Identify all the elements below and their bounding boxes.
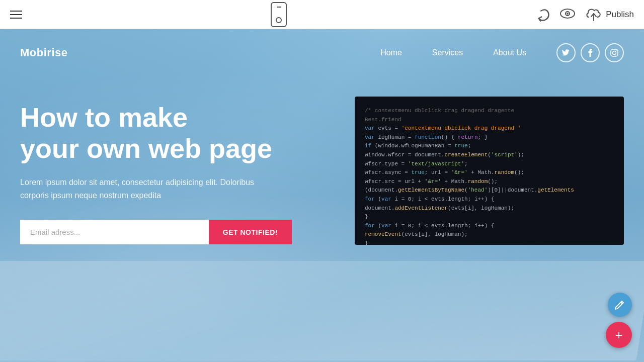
hero-text: How to make your own web page Lorem ipsu… bbox=[20, 102, 292, 244]
hamburger-menu[interactable] bbox=[10, 11, 22, 19]
fab-add-button[interactable]: + bbox=[606, 322, 632, 348]
svg-rect-3 bbox=[611, 49, 618, 56]
toolbar: Publish bbox=[0, 0, 644, 29]
nav-about[interactable]: About Us bbox=[493, 48, 526, 57]
hero-title-line1: How to make bbox=[20, 102, 188, 132]
undo-icon[interactable] bbox=[532, 4, 552, 25]
code-content: /* contextmenu dblclick drag dragend dra… bbox=[355, 97, 624, 245]
svg-point-4 bbox=[613, 51, 616, 55]
fab-edit-button[interactable] bbox=[608, 293, 632, 317]
hero-title: How to make your own web page bbox=[20, 102, 292, 164]
eye-icon[interactable] bbox=[559, 8, 576, 21]
facebook-icon[interactable] bbox=[581, 43, 600, 62]
code-screenshot: /* contextmenu dblclick drag dragend dra… bbox=[355, 97, 624, 245]
mobile-preview-icon[interactable] bbox=[271, 2, 287, 27]
email-input[interactable] bbox=[20, 220, 209, 244]
hero-subtitle: Lorem ipsum dolor sit amet, consectetur … bbox=[20, 176, 282, 202]
publish-label: Publish bbox=[606, 10, 634, 20]
nav-home[interactable]: Home bbox=[380, 48, 402, 57]
site-navbar: Mobirise Home Services About Us bbox=[0, 29, 644, 76]
main-content: Mobirise Home Services About Us bbox=[0, 29, 644, 362]
hero-content: How to make your own web page Lorem ipsu… bbox=[0, 76, 644, 245]
social-icons bbox=[556, 43, 624, 62]
svg-point-2 bbox=[567, 13, 569, 15]
twitter-icon[interactable] bbox=[556, 43, 576, 62]
publish-button[interactable]: Publish bbox=[586, 8, 634, 21]
email-form: GET NOTIFIED! bbox=[20, 220, 292, 244]
toolbar-right: Publish bbox=[535, 7, 634, 22]
nav-links: Home Services About Us bbox=[380, 43, 624, 62]
toolbar-left bbox=[10, 11, 22, 19]
toolbar-center bbox=[271, 2, 287, 27]
nav-services[interactable]: Services bbox=[432, 48, 463, 57]
notify-button[interactable]: GET NOTIFIED! bbox=[209, 220, 292, 244]
svg-point-5 bbox=[616, 50, 617, 51]
site-logo: Mobirise bbox=[20, 46, 67, 59]
instagram-icon[interactable] bbox=[605, 43, 624, 62]
hero-title-line2: your own web page bbox=[20, 133, 272, 163]
